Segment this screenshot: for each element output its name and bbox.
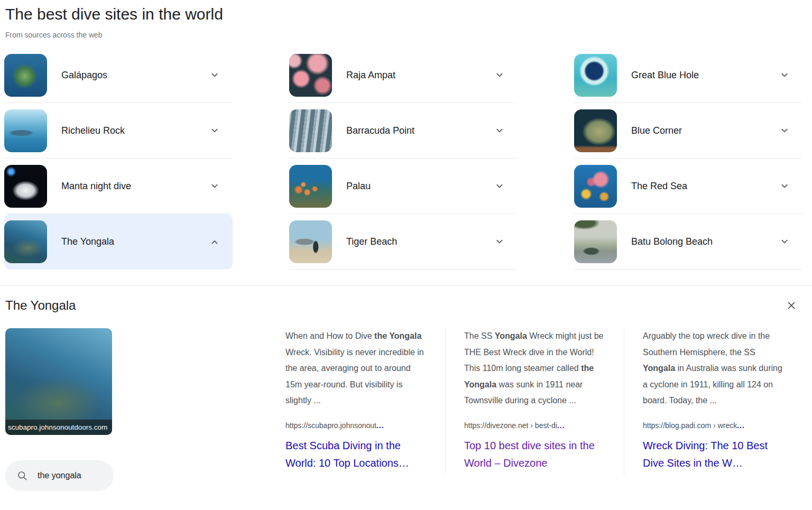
result-link[interactable]: Wreck Diving: The 10 Best Dive Sites in …	[643, 437, 787, 472]
chevron-up-icon[interactable]	[208, 236, 221, 248]
section-divider	[0, 285, 812, 286]
chevron-down-icon[interactable]	[208, 124, 221, 137]
dive-site-card-great-blue-hole[interactable]: Great Blue Hole	[574, 48, 802, 103]
chevron-down-icon[interactable]	[493, 124, 506, 137]
dive-site-thumbnail	[4, 220, 47, 263]
dive-site-card-tiger-beach[interactable]: Tiger Beach	[289, 214, 518, 270]
result-snippet: When and How to Dive the Yongala Wreck. …	[285, 328, 429, 409]
chevron-down-icon[interactable]	[778, 124, 791, 137]
dive-site-label: Richelieu Rock	[61, 125, 208, 136]
page-title: The best dive sites in the world	[5, 4, 802, 24]
dive-site-label: Palau	[346, 181, 493, 192]
dive-site-thumbnail	[4, 165, 47, 208]
dive-site-thumbnail	[574, 54, 617, 97]
dive-site-label: The Yongala	[61, 236, 208, 247]
dive-site-thumbnail	[574, 220, 617, 263]
detail-body: scubapro.johnsonoutdoors.com the yongala…	[0, 328, 812, 491]
chevron-down-icon[interactable]	[208, 180, 221, 192]
dive-site-label: Barracuda Point	[346, 125, 493, 136]
snippet-divider	[445, 328, 446, 475]
dive-site-card-blue-corner[interactable]: Blue Corner	[574, 103, 802, 159]
chevron-down-icon[interactable]	[493, 69, 506, 81]
dive-site-label: Batu Bolong Beach	[631, 236, 778, 247]
detail-left-column: scubapro.johnsonoutdoors.com the yongala	[5, 328, 112, 491]
dive-site-thumbnail	[574, 109, 617, 152]
result-snippet: The SS Yongala Wreck might just be THE B…	[464, 328, 608, 409]
dive-sites-grid: GalápagosRaja AmpatGreat Blue HoleRichel…	[0, 48, 812, 270]
dive-site-card-raja-ampat[interactable]: Raja Ampat	[289, 48, 518, 103]
dive-site-card-the-yongala[interactable]: The Yongala	[4, 214, 233, 270]
snippet-divider	[624, 328, 624, 475]
yongala-photo[interactable]: scubapro.johnsonoutdoors.com	[5, 328, 112, 435]
result-link[interactable]: Best Scuba Diving in the World: 10 Top L…	[285, 437, 429, 472]
dive-site-thumbnail	[4, 54, 47, 97]
chevron-down-icon[interactable]	[778, 180, 791, 192]
source-result: The SS Yongala Wreck might just be THE B…	[464, 328, 608, 472]
related-search-pill[interactable]: the yongala	[5, 460, 114, 491]
source-result: Arguably the top wreck dive in the South…	[643, 328, 787, 472]
detail-heading: The Yongala	[5, 297, 76, 314]
result-link[interactable]: Top 10 best dive sites in the World – Di…	[464, 437, 608, 472]
dive-site-card-galapagos[interactable]: Galápagos	[4, 48, 233, 103]
dive-site-label: Raja Ampat	[346, 70, 493, 81]
dive-site-label: Blue Corner	[631, 125, 778, 136]
search-query: the yongala	[38, 471, 81, 480]
dive-site-label: Galápagos	[61, 70, 208, 81]
close-button[interactable]	[783, 298, 799, 313]
detail-header: The Yongala	[0, 297, 812, 314]
dive-site-card-richelieu-rock[interactable]: Richelieu Rock	[4, 103, 233, 159]
dive-site-label: Manta night dive	[61, 181, 208, 192]
chevron-down-icon[interactable]	[778, 69, 791, 81]
result-snippet: Arguably the top wreck dive in the South…	[643, 328, 787, 409]
dive-site-thumbnail	[574, 165, 617, 208]
dive-site-thumbnail	[289, 54, 332, 97]
search-results-page: The best dive sites in the world From so…	[0, 0, 812, 491]
dive-site-card-manta-night-dive[interactable]: Manta night dive	[4, 159, 233, 214]
dive-site-thumbnail	[289, 220, 332, 263]
chevron-down-icon[interactable]	[208, 69, 221, 81]
source-snippets: When and How to Dive the Yongala Wreck. …	[285, 328, 787, 491]
chevron-down-icon[interactable]	[493, 235, 506, 248]
dive-site-label: The Red Sea	[631, 181, 778, 192]
result-url: https://scubapro.johnsonout...	[285, 420, 429, 431]
dive-site-label: Great Blue Hole	[631, 70, 778, 81]
page-header: The best dive sites in the world From so…	[0, 0, 812, 40]
chevron-down-icon[interactable]	[778, 235, 791, 248]
dive-site-card-barracuda-point[interactable]: Barracuda Point	[289, 103, 518, 159]
dive-site-thumbnail	[4, 109, 47, 152]
yongala-detail-panel: The Yongala scubapro.johnsonoutdoors.com…	[0, 297, 812, 491]
result-url: https://blog.padi.com › wreck...	[643, 420, 787, 431]
dive-site-card-palau[interactable]: Palau	[289, 159, 518, 214]
chevron-down-icon[interactable]	[493, 180, 506, 192]
dive-site-thumbnail	[289, 165, 332, 208]
source-result: When and How to Dive the Yongala Wreck. …	[285, 328, 429, 472]
close-icon	[786, 300, 797, 311]
dive-site-card-the-red-sea[interactable]: The Red Sea	[574, 159, 802, 214]
result-url: https://divezone.net › best-di...	[464, 420, 608, 431]
page-subtitle: From sources across the web	[5, 30, 802, 40]
dive-site-card-batu-bolong-beach[interactable]: Batu Bolong Beach	[574, 214, 802, 270]
dive-site-thumbnail	[289, 109, 332, 152]
dive-site-label: Tiger Beach	[346, 236, 493, 247]
search-icon	[17, 470, 28, 481]
photo-caption: scubapro.johnsonoutdoors.com	[5, 420, 112, 435]
